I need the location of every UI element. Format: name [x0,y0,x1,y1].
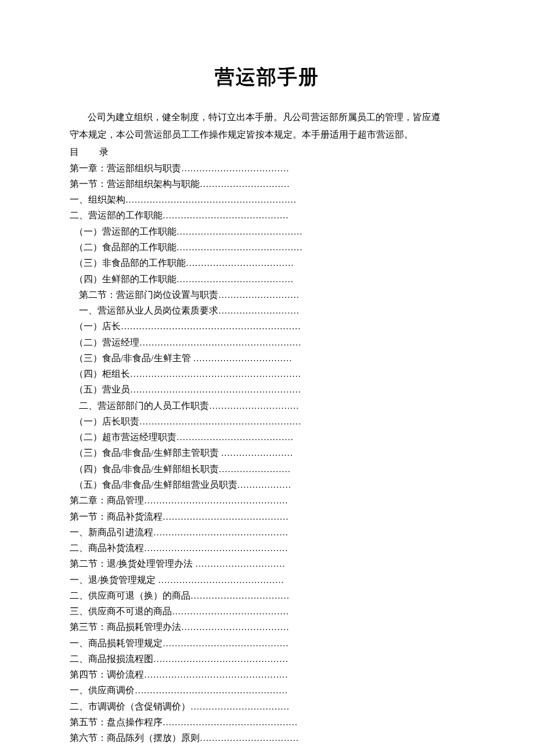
toc-line: 第二章：商品管理………………………………………… [70,492,464,508]
toc-line: （五）食品/非食品/生鲜部组营业员职责……………… [70,477,464,492]
document-page: 营运部手册 公司为建立组织，健全制度，特订立出本手册。凡公司营运部所属员工的管理… [0,0,534,756]
toc-line: 一、组织架构………………………………………………… [70,192,464,207]
intro-paragraph-line-1: 公司为建立组织，健全制度，特订立出本手册。凡公司营运部所属员工的管理，皆应遵 [70,109,464,125]
document-title: 营运部手册 [70,64,464,91]
toc-line: 第一节：商品补货流程…………………………………… [70,509,464,524]
toc-line: 一、退/换货管理规定 …………………………………… [70,572,464,588]
toc-line: 一、新商品引进流程……………………………………… [70,524,464,540]
toc-line: 二、商品报损流程图……………………………………… [70,651,464,667]
toc-line: （三）食品/非食品/生鲜部主管职责 …………………… [70,445,464,460]
toc-line: 二、商品补货流程………………………………………… [70,540,464,556]
toc-header: 目 录 [70,144,464,160]
toc-line: （一）营运部的工作职能…………………………………… [70,224,464,239]
toc-line: （三）食品/非食品/生鲜主管 …………………………… [70,350,464,366]
toc-line: （四）柜组长………………………………………………… [70,366,464,381]
toc-line: 二、营运部的工作职能…………………………………… [70,207,464,223]
toc-line: 一、供应商调价…………………………………………… [70,682,464,698]
toc-line: 第一节：营运部组织架构与职能………………………… [70,176,464,192]
toc-line: （二）食品部的工作职能…………………………………… [70,239,464,255]
toc-line: 第三节：商品损耗管理办法……………………………… [70,619,464,635]
table-of-contents: 第一章：营运部组织与职责………………………………第一节：营运部组织架构与职能……… [70,160,464,746]
intro-paragraph-line-2: 守本规定，本公司营运部员工工作操作规定皆按本规定。本手册适用于超市营运部。 [70,127,464,143]
toc-line: （五）营业员………………………………………………… [70,381,464,397]
toc-line: （四）生鲜部的工作职能………………………………… [70,271,464,287]
toc-line: 第五节：盘点操作程序……………………………………… [70,714,464,730]
toc-line: 一、商品损耗管理规定…………………………………… [70,635,464,651]
toc-line: （三）非食品部的工作职能……………………………… [70,255,464,271]
toc-line: 第六节：商品陈列（摆放）原则…………………………… [70,730,464,746]
toc-line: 第一章：营运部组织与职责……………………………… [70,160,464,176]
toc-line: 二、供应商可退（换）的商品…………………………… [70,588,464,603]
toc-line: 三、供应商不可退的商品………………………………… [70,603,464,619]
toc-line: 二、市调调价（含促销调价）…………………………… [70,699,464,714]
toc-line: 二、营运部部门的人员工作职责………………………… [70,398,464,413]
toc-line: （四）食品/非食品/生鲜部组长职责…………………… [70,461,464,477]
toc-line: 一、营运部从业人员岗位素质要求……………………… [70,303,464,318]
toc-line: 第二节：营运部门岗位设置与职责……………………… [70,287,464,303]
toc-line: 第二节：退/换货处理管理办法 ………………………… [70,556,464,571]
toc-line: （二）营运经理……………………………………………… [70,334,464,350]
toc-line: 第四节：调价流程………………………………………… [70,667,464,682]
toc-line: （一）店长…………………………………………………… [70,318,464,334]
toc-line: （二）超市营运经理职责………………………………… [70,429,464,445]
toc-line: （一）店长职责……………………………………………… [70,413,464,429]
